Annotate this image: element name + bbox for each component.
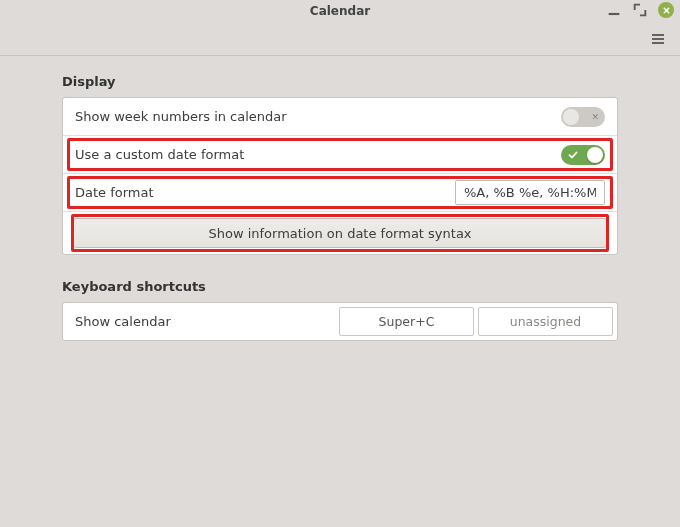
menu-button[interactable] [648, 29, 668, 49]
shortcut-accel-2[interactable]: unassigned [478, 307, 613, 336]
toggle-on-icon [568, 150, 578, 160]
row-show-week-numbers: Show week numbers in calendar ✕ [63, 98, 617, 136]
shortcut-accel-1[interactable]: Super+C [339, 307, 474, 336]
custom-format-label: Use a custom date format [75, 147, 561, 162]
custom-format-toggle[interactable] [561, 145, 605, 165]
close-button[interactable] [658, 2, 674, 18]
shortcut-label: Show calendar [63, 314, 339, 329]
row-date-format: Date format [63, 174, 617, 212]
display-panel: Show week numbers in calendar ✕ Use a cu… [62, 97, 618, 255]
minimize-button[interactable] [606, 2, 622, 18]
date-format-syntax-button[interactable]: Show information on date format syntax [73, 218, 607, 248]
window-title: Calendar [0, 4, 680, 18]
header-toolbar [0, 22, 680, 56]
toggle-knob [587, 147, 603, 163]
toggle-knob [563, 109, 579, 125]
section-title-shortcuts: Keyboard shortcuts [62, 279, 618, 294]
shortcuts-section: Keyboard shortcuts Show calendar Super+C… [62, 279, 618, 341]
show-week-toggle[interactable]: ✕ [561, 107, 605, 127]
maximize-button[interactable] [632, 2, 648, 18]
row-syntax-help: Show information on date format syntax [63, 212, 617, 254]
date-format-label: Date format [75, 185, 455, 200]
shortcuts-panel: Show calendar Super+C unassigned [62, 302, 618, 341]
row-custom-date-format: Use a custom date format [63, 136, 617, 174]
section-title-display: Display [62, 74, 618, 89]
window-controls [606, 2, 674, 18]
date-format-input[interactable] [455, 180, 605, 205]
content-area: Display Show week numbers in calendar ✕ … [0, 56, 680, 527]
titlebar: Calendar [0, 0, 680, 22]
shortcut-row-show-calendar: Show calendar Super+C unassigned [63, 303, 617, 340]
show-week-label: Show week numbers in calendar [75, 109, 561, 124]
toggle-off-icon: ✕ [591, 112, 599, 122]
